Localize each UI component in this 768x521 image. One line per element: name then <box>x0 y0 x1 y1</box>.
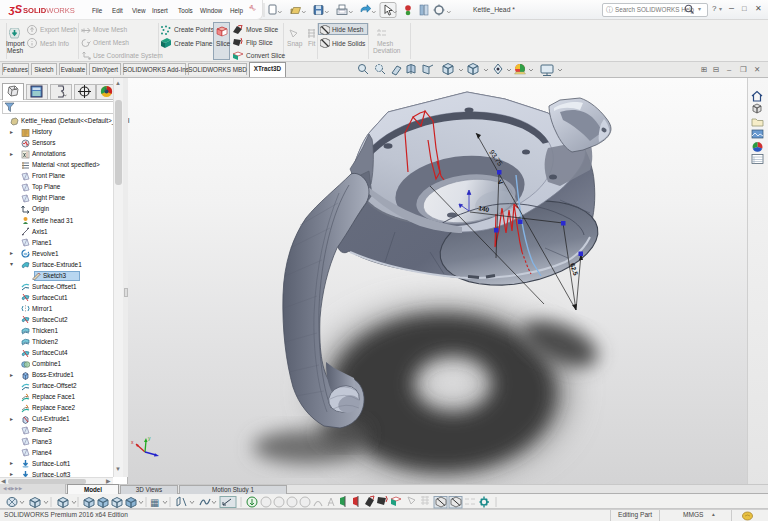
svg-text:y: y <box>148 435 151 441</box>
svg-text:x: x <box>131 439 134 445</box>
svg-text:▦: ▦ <box>150 497 159 508</box>
